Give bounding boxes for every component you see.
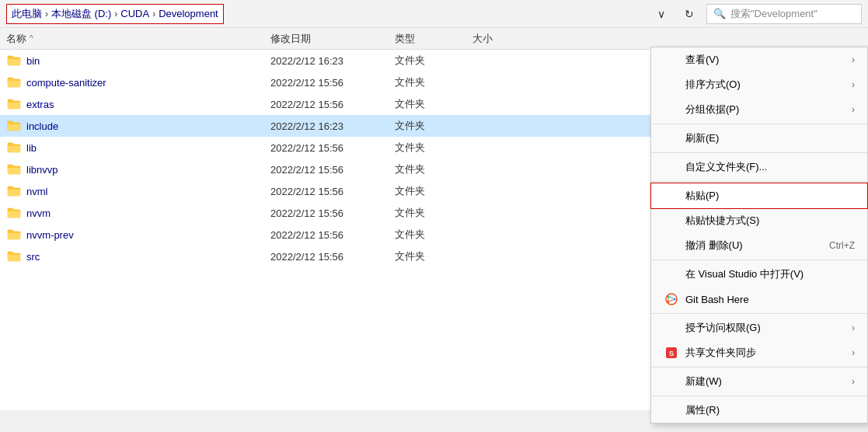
empty-icon bbox=[664, 238, 679, 253]
file-type: 文件夹 bbox=[395, 97, 472, 111]
empty-icon bbox=[664, 267, 679, 282]
context-menu-divider bbox=[651, 152, 867, 153]
ctx-item-label: 刷新(E) bbox=[685, 131, 855, 145]
submenu-arrow: › bbox=[852, 54, 855, 65]
folder-icon bbox=[6, 162, 22, 177]
file-name: extras bbox=[26, 99, 270, 110]
breadcrumb-pc[interactable]: 此电脑 bbox=[12, 7, 42, 21]
file-type: 文件夹 bbox=[395, 162, 472, 176]
context-menu-item-sort[interactable]: 排序方式(O) › bbox=[651, 72, 867, 97]
breadcrumb-sep-0: › bbox=[45, 9, 48, 19]
ctx-item-label: 粘贴(P) bbox=[685, 189, 855, 203]
file-date: 2022/2/12 15:56 bbox=[270, 229, 395, 241]
file-name: lib bbox=[26, 142, 270, 154]
file-date: 2022/2/12 15:56 bbox=[270, 186, 395, 197]
address-bar: 此电脑 › 本地磁盘 (D:) › CUDA › Development ∨ ↻… bbox=[0, 0, 868, 28]
context-menu-divider bbox=[651, 260, 867, 260]
address-right: ∨ ↻ 🔍 搜索"Development" bbox=[650, 4, 862, 24]
submenu-arrow: › bbox=[852, 347, 855, 358]
context-menu-item-view[interactable]: 查看(V) › bbox=[651, 47, 867, 72]
breadcrumb-sep-2: › bbox=[152, 9, 155, 19]
file-name: nvml bbox=[26, 186, 270, 197]
ctx-item-label: 撤消 删除(U) bbox=[685, 239, 829, 253]
ctx-item-label: 授予访问权限(G) bbox=[685, 321, 852, 335]
file-type: 文件夹 bbox=[395, 54, 472, 68]
context-menu-item-new[interactable]: 新建(W) › bbox=[651, 369, 867, 394]
ctx-item-label: 在 Visual Studio 中打开(V) bbox=[685, 267, 855, 281]
file-date: 2022/2/12 15:56 bbox=[270, 207, 395, 219]
ctx-item-label: 新建(W) bbox=[685, 375, 852, 388]
breadcrumb-sep-1: › bbox=[114, 9, 117, 19]
context-menu-item-customize[interactable]: 自定义文件夹(F)... bbox=[651, 155, 867, 179]
context-menu: 查看(V) › 排序方式(O) › 分组依据(P) › 刷新(E) 自定义文件夹… bbox=[650, 47, 868, 423]
col-header-size[interactable]: 大小 bbox=[472, 32, 535, 46]
folder-icon bbox=[6, 96, 22, 112]
file-type: 文件夹 bbox=[395, 228, 472, 242]
folder-icon bbox=[6, 118, 22, 134]
empty-icon bbox=[664, 102, 679, 117]
context-menu-item-share-sync[interactable]: S 共享文件夹同步 › bbox=[651, 340, 867, 365]
empty-icon bbox=[664, 402, 679, 418]
dropdown-button[interactable]: ∨ bbox=[650, 4, 672, 24]
file-date: 2022/2/12 15:56 bbox=[270, 164, 395, 176]
file-name: bin bbox=[26, 55, 270, 67]
svg-line-5 bbox=[670, 297, 674, 298]
file-name: compute-sanitizer bbox=[26, 77, 270, 89]
search-box[interactable]: 🔍 搜索"Development" bbox=[706, 4, 862, 24]
ctx-item-label: 分组依据(P) bbox=[685, 103, 852, 117]
context-menu-divider bbox=[651, 313, 867, 314]
svg-point-3 bbox=[674, 298, 676, 301]
col-header-name[interactable]: 名称 ^ bbox=[6, 32, 270, 46]
empty-icon bbox=[664, 131, 679, 146]
file-name: nvvm-prev bbox=[26, 229, 270, 241]
empty-icon bbox=[664, 52, 679, 68]
file-date: 2022/2/12 15:56 bbox=[270, 99, 395, 110]
file-type: 文件夹 bbox=[395, 75, 472, 89]
file-name: src bbox=[26, 251, 270, 263]
file-type: 文件夹 bbox=[395, 141, 472, 155]
file-type: 文件夹 bbox=[395, 119, 472, 133]
context-menu-item-undo[interactable]: 撤消 删除(U) Ctrl+Z bbox=[651, 233, 867, 258]
ctx-item-label: 查看(V) bbox=[685, 53, 852, 67]
file-type: 文件夹 bbox=[395, 184, 472, 198]
file-type: 文件夹 bbox=[395, 249, 472, 263]
context-menu-item-refresh[interactable]: 刷新(E) bbox=[651, 126, 867, 151]
git-icon bbox=[664, 291, 679, 307]
ctx-item-label: Git Bash Here bbox=[685, 294, 855, 305]
submenu-arrow: › bbox=[852, 322, 855, 333]
folder-icon bbox=[6, 205, 22, 221]
svg-point-1 bbox=[668, 301, 670, 303]
col-header-type[interactable]: 类型 bbox=[395, 32, 472, 46]
empty-icon bbox=[664, 213, 679, 228]
folder-icon bbox=[6, 249, 22, 264]
context-menu-item-properties[interactable]: 属性(R) bbox=[651, 398, 867, 423]
col-header-date[interactable]: 修改日期 bbox=[270, 32, 395, 46]
context-menu-item-open-vs[interactable]: 在 Visual Studio 中打开(V) bbox=[651, 262, 867, 287]
empty-icon bbox=[664, 374, 679, 389]
breadcrumb-disk[interactable]: 本地磁盘 (D:) bbox=[51, 7, 111, 21]
submenu-arrow: › bbox=[852, 79, 855, 90]
file-date: 2022/2/12 15:56 bbox=[270, 142, 395, 154]
folder-icon bbox=[6, 183, 22, 199]
folder-icon bbox=[6, 227, 22, 242]
context-menu-item-paste[interactable]: 粘贴(P) bbox=[651, 183, 867, 208]
breadcrumb-cuda[interactable]: CUDA bbox=[120, 8, 149, 19]
folder-icon bbox=[6, 53, 22, 68]
file-name: libnvvp bbox=[26, 164, 270, 176]
context-menu-item-group[interactable]: 分组依据(P) › bbox=[651, 97, 867, 122]
refresh-button[interactable]: ↻ bbox=[678, 4, 700, 24]
ctx-item-label: 自定义文件夹(F)... bbox=[685, 160, 855, 174]
breadcrumb-development[interactable]: Development bbox=[159, 8, 218, 19]
svg-point-2 bbox=[668, 296, 670, 298]
breadcrumb[interactable]: 此电脑 › 本地磁盘 (D:) › CUDA › Development bbox=[6, 4, 224, 24]
file-name: include bbox=[26, 120, 270, 132]
share-icon: S bbox=[664, 345, 679, 361]
empty-icon bbox=[664, 188, 679, 204]
file-type: 文件夹 bbox=[395, 206, 472, 220]
context-menu-item-grant[interactable]: 授予访问权限(G) › bbox=[651, 315, 867, 340]
context-menu-divider bbox=[651, 395, 867, 396]
context-menu-item-paste-shortcut[interactable]: 粘贴快捷方式(S) bbox=[651, 208, 867, 233]
folder-icon bbox=[6, 140, 22, 155]
context-menu-item-git-bash[interactable]: Git Bash Here bbox=[651, 287, 867, 312]
file-date: 2022/2/12 15:56 bbox=[270, 251, 395, 263]
